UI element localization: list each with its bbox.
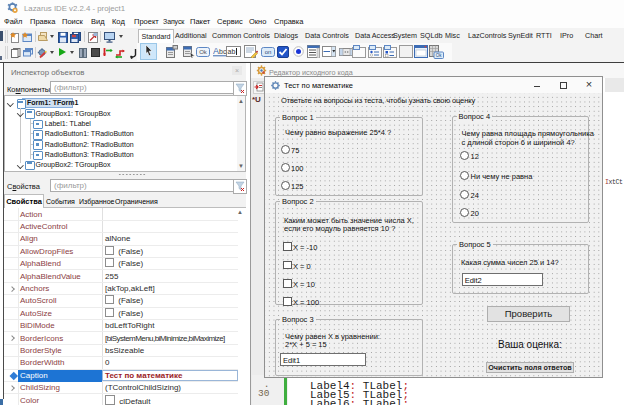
svg-text:Ok: Ok xyxy=(436,53,443,58)
svg-text:Ok: Ok xyxy=(199,49,208,55)
svg-text:ab: ab xyxy=(228,48,236,55)
svg-text:on: on xyxy=(265,49,272,55)
